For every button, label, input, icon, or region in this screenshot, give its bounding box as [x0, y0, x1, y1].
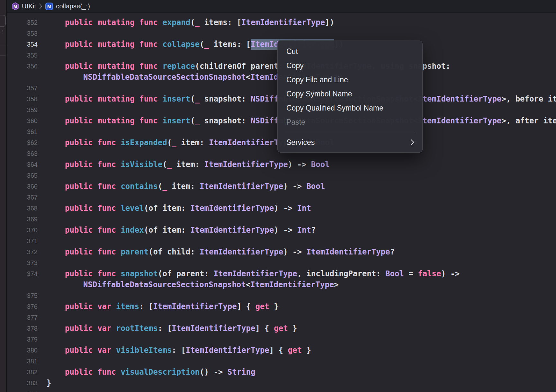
- code-line[interactable]: 380public var visibleItems: [ItemIdentif…: [7, 345, 556, 356]
- code-line[interactable]: 375: [7, 290, 556, 301]
- line-number: 356: [7, 63, 38, 70]
- breadcrumb-symbol[interactable]: collapse(_:): [56, 3, 90, 10]
- code-text: public mutating func expand(_ items: [It…: [65, 17, 334, 28]
- xcode-window: ⋮ M UIKit M collapse(_:) 352public mutat…: [0, 0, 556, 392]
- navigator-divider: [0, 44, 6, 44]
- line-number: 362: [7, 139, 38, 147]
- navigator-divider: [0, 55, 6, 56]
- code-line[interactable]: 373: [7, 257, 556, 268]
- line-number: 353: [7, 30, 38, 37]
- code-text: public var items: [ItemIdentifierType] {…: [65, 301, 279, 312]
- submenu-chevron-icon: [410, 139, 415, 146]
- line-number: 368: [7, 205, 38, 212]
- line-number: 354: [7, 41, 38, 48]
- code-text: public func isVisible(_ item: ItemIdenti…: [65, 159, 330, 170]
- line-number: 358: [7, 95, 38, 103]
- code-line[interactable]: 371: [7, 236, 556, 246]
- code-text: NSDiffableDataSourceSectionSnapshot<Item…: [83, 279, 339, 290]
- code-text: public func parent(of child: ItemIdentif…: [65, 246, 395, 257]
- line-number: 359: [7, 106, 38, 114]
- line-number: 366: [7, 183, 38, 190]
- menu-item-copy-symbol-name[interactable]: Copy Symbol Name: [278, 87, 422, 101]
- code-text: public func contains(_ item: ItemIdentif…: [65, 181, 325, 192]
- code-line[interactable]: 379: [7, 334, 556, 345]
- code-line[interactable]: NSDiffableDataSourceSectionSnapshot<Item…: [7, 279, 556, 290]
- context-menu: CutCopyCopy File and LineCopy Symbol Nam…: [277, 40, 423, 153]
- code-text: public func level(of item: ItemIdentifie…: [65, 203, 311, 214]
- line-number: 372: [7, 248, 38, 256]
- code-line[interactable]: 368public func level(of item: ItemIdenti…: [7, 203, 556, 214]
- line-number: 363: [7, 150, 38, 157]
- line-number: 382: [7, 369, 38, 376]
- line-number: 376: [7, 303, 38, 310]
- line-number: 374: [7, 270, 38, 278]
- code-line[interactable]: 372public func parent(of child: ItemIden…: [7, 246, 556, 257]
- code-text: public var rootItems: [ItemIdentifierTyp…: [65, 323, 297, 334]
- menu-separator: [285, 132, 415, 132]
- line-number: 378: [7, 325, 38, 332]
- module-icon: M: [12, 2, 19, 10]
- line-number: 373: [7, 259, 38, 267]
- line-number: 380: [7, 347, 38, 354]
- menu-item-copy[interactable]: Copy: [278, 58, 422, 73]
- code-line[interactable]: 365: [7, 170, 556, 181]
- line-number: 384: [7, 390, 38, 392]
- chevron-right-icon: [39, 3, 42, 10]
- code-line[interactable]: 376public var items: [ItemIdentifierType…: [7, 301, 556, 312]
- code-line[interactable]: 382public func visualDescription() -> St…: [7, 367, 556, 378]
- line-number: 364: [7, 161, 38, 168]
- line-number: 365: [7, 172, 38, 179]
- code-line[interactable]: 364public func isVisible(_ item: ItemIde…: [7, 159, 556, 170]
- line-number: 381: [7, 358, 38, 365]
- symbol-icon: M: [45, 3, 53, 10]
- line-number: 377: [7, 314, 38, 321]
- code-line[interactable]: 381: [7, 356, 556, 367]
- code-line[interactable]: 377: [7, 312, 556, 323]
- code-line[interactable]: 352public mutating func expand(_ items: …: [7, 17, 556, 28]
- context-menu-items: CutCopyCopy File and LineCopy Symbol Nam…: [278, 44, 422, 129]
- code-line[interactable]: 366public func contains(_ item: ItemIden…: [7, 181, 556, 192]
- code-text: public func index(of item: ItemIdentifie…: [65, 225, 316, 236]
- line-number: 375: [7, 292, 38, 299]
- navigator-edge-strip: ⋮: [0, 0, 6, 392]
- menu-item-copy-qualified-symbol-name[interactable]: Copy Qualified Symbol Name: [278, 101, 422, 115]
- code-text: public func visualDescription() -> Strin…: [65, 367, 255, 378]
- navigator-control-fragment: [0, 15, 6, 27]
- breadcrumb: M UIKit M collapse(_:): [7, 0, 556, 13]
- menu-item-copy-file-and-line[interactable]: Copy File and Line: [278, 73, 422, 87]
- line-number: 369: [7, 216, 38, 223]
- line-number: 357: [7, 85, 38, 92]
- menu-item-cut[interactable]: Cut: [278, 44, 422, 58]
- code-line[interactable]: 353: [7, 28, 556, 39]
- line-number: 352: [7, 19, 38, 26]
- breadcrumb-module[interactable]: UIKit: [22, 3, 36, 10]
- menu-item-services[interactable]: Services: [278, 135, 422, 149]
- code-line[interactable]: 369: [7, 214, 556, 225]
- line-number: 361: [7, 128, 38, 136]
- code-line[interactable]: 384: [7, 388, 556, 392]
- line-number: 355: [7, 52, 38, 59]
- navigator-glyph-fragment: ⋮: [1, 31, 3, 35]
- code-text: }: [47, 378, 51, 388]
- line-number: 370: [7, 227, 38, 234]
- line-number: 360: [7, 117, 38, 125]
- code-line[interactable]: 374public func snapshot(of parent: ItemI…: [7, 268, 556, 279]
- code-line[interactable]: 367: [7, 192, 556, 203]
- code-text: public func snapshot(of parent: ItemIden…: [65, 268, 460, 279]
- line-number: 367: [7, 194, 38, 201]
- line-number: 379: [7, 336, 38, 343]
- code-line[interactable]: 383}: [7, 378, 556, 388]
- code-line[interactable]: 378public var rootItems: [ItemIdentifier…: [7, 323, 556, 334]
- code-text: public var visibleItems: [ItemIdentifier…: [65, 345, 311, 356]
- menu-item-paste: Paste: [278, 115, 422, 129]
- line-number: 371: [7, 237, 38, 245]
- line-number: 383: [7, 379, 38, 387]
- code-line[interactable]: 370public func index(of item: ItemIdenti…: [7, 225, 556, 236]
